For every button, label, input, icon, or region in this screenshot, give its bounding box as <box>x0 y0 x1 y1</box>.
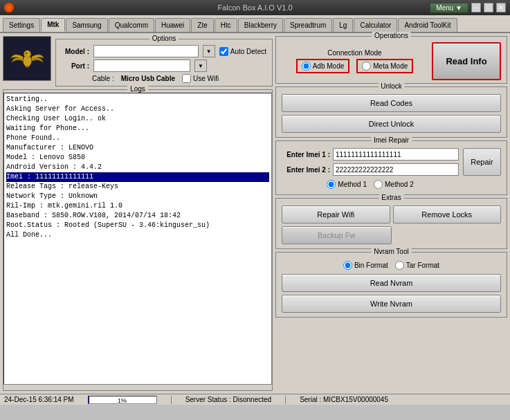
log-line: Waiting for Phone... <box>6 124 269 134</box>
title-bar: Falcon Box A.I.O V1.0 Menu ▼ ─ □ ✕ <box>0 0 510 15</box>
log-line: Manufacturer : LENOVO <box>6 143 269 153</box>
meta-mode-radio[interactable]: Meta Mode <box>356 59 413 73</box>
progress-bar: 1% <box>88 396 157 404</box>
tab-blackberry[interactable]: Blackberry <box>238 18 283 32</box>
nvram-format-row: Bin Format Tar Format <box>282 259 501 271</box>
meta-mode-label: Meta Mode <box>373 62 408 70</box>
connection-mode-title: Connection Mode <box>282 49 428 57</box>
log-line: Starting.. <box>6 95 269 104</box>
options-box: Options Model : ▼ Auto Detect Port : <box>55 39 273 86</box>
read-nvram-button[interactable]: Read Nvram <box>282 274 501 292</box>
progress-bar-fill <box>89 396 89 403</box>
tar-format-radio[interactable]: Tar Format <box>395 261 439 270</box>
right-panel: Operations Connection Mode Adb Mode Meta… <box>275 36 507 391</box>
tab-mtk[interactable]: Mtk <box>41 18 65 32</box>
log-line: All Done... <box>6 230 269 240</box>
progress-label: 1% <box>118 396 127 405</box>
nvram-title: Nvram Tool <box>371 248 411 255</box>
imei2-label: Enter Imei 2 : <box>282 166 330 174</box>
bin-format-radio[interactable]: Bin Format <box>343 261 388 270</box>
title-bar-left <box>4 3 14 12</box>
app-title: Falcon Box A.I.O V1.0 <box>217 3 292 12</box>
menu-button[interactable]: Menu ▼ <box>430 3 468 13</box>
method2-radio[interactable]: Method 2 <box>374 180 414 189</box>
logs-box: Logs Starting..Asking Server for Access.… <box>3 89 273 391</box>
options-title: Options <box>149 35 179 42</box>
connection-mode: Connection Mode Adb Mode Meta Mode <box>282 49 428 73</box>
tab-androidtoolkit[interactable]: Android ToolKit <box>398 18 457 32</box>
adb-mode-radio[interactable]: Adb Mode <box>296 59 350 73</box>
minimize-button[interactable]: ─ <box>471 3 481 12</box>
log-line: Asking Server for Access.. <box>6 104 269 114</box>
nvram-box: Nvram Tool Bin Format Tar Format Read Nv… <box>275 252 507 318</box>
unlock-box: Unlock Read Codes Direct Unlock <box>275 86 507 138</box>
method1-radio[interactable]: Method 1 <box>327 180 367 189</box>
model-row: Model : ▼ Auto Detect <box>62 45 266 57</box>
imei2-input[interactable] <box>333 163 459 176</box>
tab-lg[interactable]: Lg <box>333 18 353 32</box>
tab-zte[interactable]: Zte <box>191 18 213 32</box>
unlock-content: Read Codes Direct Unlock <box>282 91 501 133</box>
extras-content: Repair Wifi Remove Locks Backup Fw <box>282 203 501 244</box>
extras-box: Extras Repair Wifi Remove Locks Backup F… <box>275 198 507 249</box>
port-input[interactable] <box>93 60 190 72</box>
tabs-bar: Settings Mtk Samsung Qualcomm Huawei Zte… <box>0 15 510 33</box>
write-nvram-button[interactable]: Write Nvram <box>282 295 501 313</box>
imei-repair-content: Enter Imei 1 : Enter Imei 2 : Method 1 <box>282 145 501 190</box>
direct-unlock-button[interactable]: Direct Unlock <box>282 115 501 133</box>
cable-label: Cable : <box>92 75 114 82</box>
imei2-row: Enter Imei 2 : <box>282 163 459 176</box>
read-codes-button[interactable]: Read Codes <box>282 94 501 112</box>
cable-row: Cable : Micro Usb Cable Use Wifi <box>62 74 266 83</box>
maximize-button[interactable]: □ <box>484 3 493 12</box>
logs-title: Logs <box>127 85 148 93</box>
method1-input[interactable] <box>327 180 336 189</box>
tab-calculator[interactable]: Calculator <box>354 18 397 32</box>
backup-fw-button[interactable]: Backup Fw <box>282 226 392 244</box>
log-line: Checking User Login.. ok <box>6 114 269 124</box>
auto-detect-row: Auto Detect <box>219 47 266 56</box>
port-row: Port : ▼ <box>62 60 266 72</box>
datetime: 24-Dec-15 6:36:14 PM <box>4 396 74 403</box>
imei1-input[interactable] <box>333 148 459 161</box>
unlock-title: Unlock <box>378 82 405 90</box>
title-bar-right: Menu ▼ ─ □ ✕ <box>430 3 506 13</box>
adb-mode-input[interactable] <box>302 62 311 71</box>
logo-box <box>3 36 51 81</box>
model-dropdown[interactable]: ▼ <box>203 45 215 57</box>
read-info-button[interactable]: Read Info <box>432 42 501 80</box>
bin-format-input[interactable] <box>343 261 352 270</box>
logs-content[interactable]: Starting..Asking Server for Access..Chec… <box>3 93 272 385</box>
tab-settings[interactable]: Settings <box>3 18 40 32</box>
operations-box: Operations Connection Mode Adb Mode Meta… <box>275 36 507 84</box>
use-wifi-checkbox[interactable] <box>182 74 191 83</box>
log-line: Ril-Imp : mtk.gemini.ril 1.0 <box>6 201 269 211</box>
logo-svg <box>8 42 46 76</box>
log-line: Baseband : S850.ROW.V108, 2014/07/14 18:… <box>6 211 269 221</box>
log-line: Imei : 11111111111111 <box>6 172 269 182</box>
use-wifi-label: Use Wifi <box>193 75 219 82</box>
log-line: Network Type : Unknown <box>6 192 269 201</box>
ops-content: Connection Mode Adb Mode Meta Mode Read … <box>282 39 501 80</box>
tab-htc[interactable]: Htc <box>215 18 237 32</box>
options-content: Model : ▼ Auto Detect Port : ▼ <box>62 42 266 83</box>
tab-huawei[interactable]: Huawei <box>155 18 190 32</box>
repair-button[interactable]: Repair <box>463 148 501 176</box>
tab-samsung[interactable]: Samsung <box>66 18 107 32</box>
tab-qualcomm[interactable]: Qualcomm <box>109 18 154 32</box>
meta-mode-input[interactable] <box>362 62 371 71</box>
auto-detect-checkbox[interactable] <box>219 47 228 56</box>
port-dropdown[interactable]: ▼ <box>194 60 207 72</box>
tab-spreadtrum[interactable]: Spreadtrum <box>284 18 332 32</box>
repair-wifi-button[interactable]: Repair Wifi <box>282 206 390 223</box>
adb-mode-label: Adb Mode <box>313 62 345 70</box>
imei-repair-title: Imei Repair <box>371 136 412 144</box>
log-line: Android Version : 4.4.2 <box>6 163 269 172</box>
left-panel: Options Model : ▼ Auto Detect Port : <box>3 36 273 391</box>
remove-locks-button[interactable]: Remove Locks <box>393 206 502 223</box>
model-input[interactable] <box>93 45 199 57</box>
close-button[interactable]: ✕ <box>496 3 506 12</box>
method2-input[interactable] <box>374 180 383 189</box>
server-status: Server Status : Disonnected <box>185 396 272 403</box>
tar-format-input[interactable] <box>395 261 404 270</box>
